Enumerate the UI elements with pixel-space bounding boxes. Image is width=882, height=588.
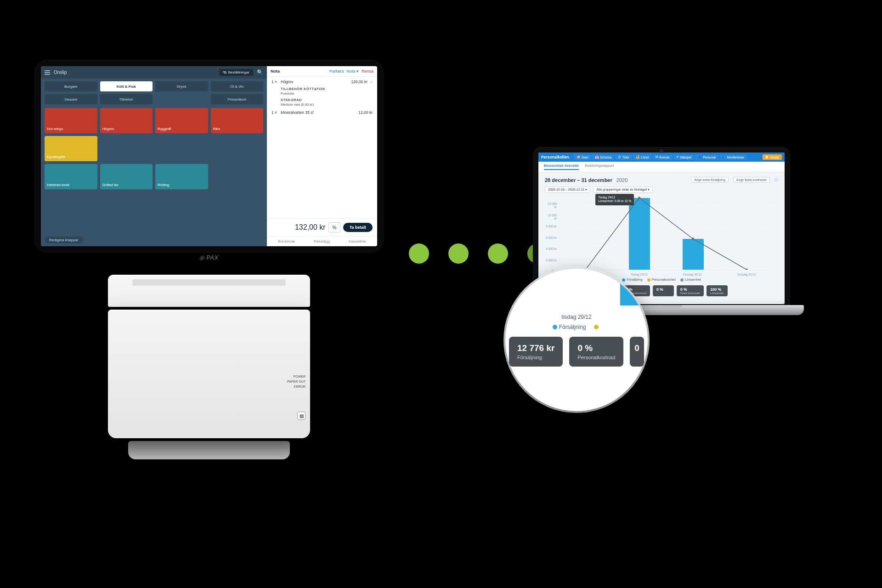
dashboard-brand: Personalkollen. [541,155,570,159]
line-qty: 1 × [271,79,281,85]
receipt-total-row: 132,00 kr % Ta betalt [267,218,377,236]
pos-brand: Onslip [54,70,67,75]
dashboard-subtabs: Ekonomisk översikt Bokföringsrapport [538,162,785,172]
line-qty: 1 × [271,110,281,116]
nav-label: Start [582,156,588,159]
tab-empty [155,94,208,104]
subtab-report[interactable]: Bokföringsrapport [585,164,614,170]
line-price: 120,00 kr [342,79,368,85]
line-more-icon[interactable]: ≡ [370,79,373,85]
printer-leds: POWER PAPER OUT ERROR [287,374,305,390]
product-tile[interactable]: Röding [155,164,208,189]
product-label: Halstrad torsk [47,183,69,187]
tab-tillbehor[interactable]: Tillbehör [100,94,153,104]
pos-terminal: Onslip 🛍 Beställningar 🔍 Burgare Kött & … [34,60,384,459]
printer-top [108,275,310,307]
foot-kassalada[interactable]: Kassalåda [349,239,366,243]
date-select[interactable]: 2020-12-28 – 2020-12-31 ▾ [545,187,590,193]
product-empty [100,136,153,161]
nav-label: Schema [600,156,612,159]
nav-label: Personal [703,156,716,159]
legend-item: Försäljning [622,278,642,282]
product-tile[interactable]: Grillad lax [100,164,153,189]
nav-schema[interactable]: 📅Schema [592,154,615,160]
nav-loner[interactable]: 💰Löner [633,154,652,160]
park-button[interactable]: Parkera [329,69,344,74]
receipt-line[interactable]: 1 × Mineralvatten 33 cl 12,00 kr [271,110,373,116]
product-tile[interactable]: Kycklingfilé [45,136,97,161]
receipt-line[interactable]: 1 × Högrev 120,00 kr ≡ [271,79,373,85]
foot-returlagg[interactable]: Returlägg [314,239,330,243]
nav-stampel[interactable]: ✔Stämpel [673,154,695,160]
product-label: Röding [158,183,169,187]
product-tile[interactable]: Högrev [100,108,153,133]
date-range-row: 28 december – 31 december 2020 Ange extr… [545,177,778,183]
nav-start[interactable]: 🏠Start [574,154,591,160]
orders-button[interactable]: 🛍 Beställningar [219,69,253,76]
legend-item: Personalkostnad [647,278,676,282]
product-label: Hot wings [47,127,63,131]
range-text: 28 december – 31 december [545,177,612,183]
printer-feed-button[interactable]: ▤ [297,412,305,420]
pay-button[interactable]: Ta betalt [343,223,373,232]
subline-head: TILLBEHÖR KÖTT&FISK [281,87,373,92]
info-icon[interactable]: ⓘ [775,177,778,182]
receipt-footer: Bordsnota Returlägg Kassalåda [267,236,377,246]
product-empty [211,164,264,189]
tab-ol-vin[interactable]: Öl & Vin [211,81,264,91]
tab-burgare[interactable]: Burgare [45,81,97,91]
dashboard-nav: 🏠Start 📅Schema ⏱Tider 💰Löner ✉Ärende ✔St… [574,154,761,160]
tab-kott-fisk[interactable]: Kött & Fisk [100,81,153,91]
user-label: Onslip [770,156,779,159]
bag-icon: 🛍 [223,70,226,74]
zoom-card: 12 776 kr Försäljning [509,337,563,367]
zoom-card-value: 0 % [577,343,615,353]
nav-personal[interactable]: 👤Personal [695,154,718,160]
extra-sales-button[interactable]: Ange extra försäljning [691,177,729,183]
product-tile[interactable]: Ryggbiff [155,108,208,133]
tab-dessert[interactable]: Dessert [45,94,97,104]
product-tile[interactable]: Halstrad torsk [45,164,97,189]
menu-icon[interactable] [45,70,50,75]
sales-chart: 0 kr2 000 kr4 000 kr6 000 kr8 000 kr10 0… [559,197,774,270]
printer-body: POWER PAPER OUT ERROR ▤ [108,310,310,438]
pos-category-tabs: Burgare Kött & Fisk Dryck Öl & Vin Desse… [41,79,267,106]
chart-bars [559,197,774,270]
foot-bordsnota[interactable]: Bordsnota [278,239,295,243]
terminal-bezel: Onslip 🛍 Beställningar 🔍 Burgare Kött & … [34,60,384,253]
product-tile[interactable]: Ribs [211,108,264,133]
zoom-lens: tisdag 29/12 Försäljning 12 776 kr Försä… [505,269,648,411]
product-tile[interactable]: Hot wings [45,108,97,133]
pos-screen: Onslip 🛍 Beställningar 🔍 Burgare Kött & … [41,66,377,246]
nav-label: Löner [641,156,649,159]
tooltip-line: Lönsamhet: 0.00 kr 10 % [598,199,631,203]
product-label: Grillad lax [102,183,119,187]
user-badge[interactable]: ▦Onslip [763,154,782,160]
chart-y-axis: 0 kr2 000 kr4 000 kr6 000 kr8 000 kr10 0… [545,197,558,270]
pax-logo-text: PAX [207,254,219,261]
group-select[interactable]: Alla grupperingar delar av företaget ▾ [593,187,653,193]
nav-arende[interactable]: ✉Ärende [653,154,673,160]
nota-menu-button[interactable]: Nota ▾ [346,69,359,74]
nav-tider[interactable]: ⏱Tider [615,154,632,160]
clear-button[interactable]: Rensa [362,69,373,74]
tab-dryck[interactable]: Dryck [155,81,208,91]
subline-text: Pommes [281,91,373,96]
nav-medlemmar[interactable]: 👥Medlemmar [719,154,747,160]
dot [488,243,508,264]
date-range-label: 28 december – 31 december 2020 [545,177,628,183]
discount-button[interactable]: % [328,222,340,232]
search-icon[interactable]: 🔍 [257,69,263,75]
subtab-overview[interactable]: Ekonomisk översikt [544,164,579,170]
fixed-costs-button[interactable]: Ange fasta kostnader [733,177,770,183]
stat-pill: 0 % [653,285,674,296]
orders-button-label: Beställningar [228,70,249,74]
product-label: Kycklingfilé [47,155,65,159]
nav-label: Stämpel [680,156,692,159]
product-empty [211,136,264,161]
tab-presentkort[interactable]: Presentkort [211,94,264,104]
stat-pill: 0 %Fasta kostnader [677,285,704,296]
subline-text: Medium rare (6,60 kr) [281,102,373,107]
edit-buttons-button[interactable]: Redigera knappar [45,237,83,243]
dot [448,243,469,264]
